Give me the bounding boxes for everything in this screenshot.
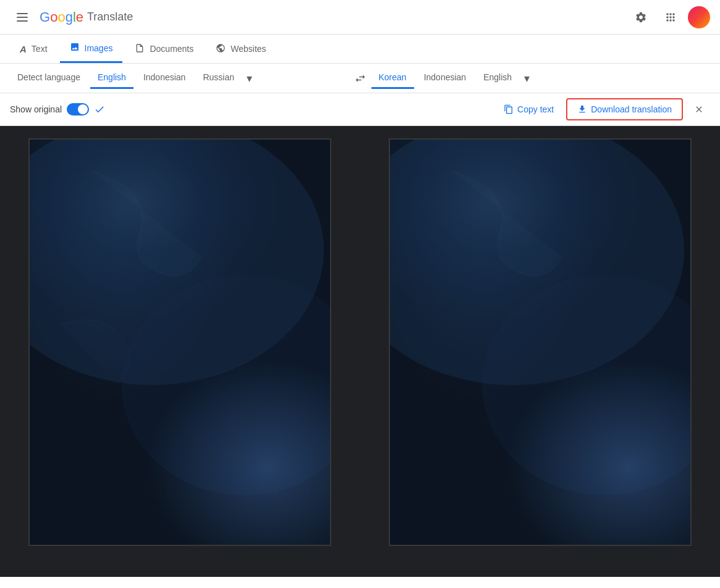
close-icon [694, 104, 704, 114]
copy-text-button[interactable]: Copy text [496, 99, 561, 119]
detect-language-btn[interactable]: Detect language [10, 67, 88, 89]
google-translate-logo: Google Translate [40, 9, 133, 25]
svg-rect-1 [17, 17, 28, 18]
text-tab-icon: A [20, 44, 27, 54]
target-more-btn[interactable]: ▾ [522, 69, 532, 88]
menu-button[interactable] [10, 5, 35, 30]
header: Google Translate [0, 0, 720, 35]
tab-websites-label: Websites [231, 44, 266, 54]
toggle-check-icon [94, 104, 105, 115]
language-bar: Detect language English Indonesian Russi… [0, 64, 720, 93]
settings-button[interactable] [629, 5, 653, 30]
download-icon [577, 104, 587, 114]
target-english-btn[interactable]: English [476, 67, 519, 89]
tab-text[interactable]: A Text [10, 36, 57, 62]
translated-image-panel: 우리는 알고 있지만 이에 대 해 무엇을 할 것입니까? 지구 온 난화 변화… [360, 126, 721, 577]
tab-documents-label: Documents [150, 44, 193, 54]
copy-text-label: Copy text [517, 104, 554, 114]
tab-images-label: Images [85, 43, 113, 53]
source-languages: Detect language English Indonesian Russi… [10, 67, 349, 89]
header-icons [629, 5, 710, 30]
target-languages: Korean Indonesian English ▾ [371, 67, 711, 89]
websites-tab-icon [216, 43, 226, 55]
tabs-bar: A Text Images Documents Websites [0, 35, 720, 64]
download-translation-label: Download translation [591, 104, 672, 114]
avatar[interactable] [688, 6, 710, 28]
tab-documents[interactable]: Documents [125, 36, 203, 62]
original-poster: We're aware but what are we going to do … [28, 138, 331, 546]
source-russian-btn[interactable]: Russian [195, 67, 242, 89]
show-original-toggle[interactable] [67, 103, 89, 116]
swap-languages-button[interactable] [349, 67, 371, 90]
show-original-label: Show original [10, 104, 62, 114]
images-tab-icon [70, 42, 80, 54]
toolbar: Show original Copy text Download transla… [0, 93, 720, 126]
documents-tab-icon [135, 43, 145, 55]
show-original-section: Show original [10, 103, 105, 116]
svg-rect-0 [17, 13, 28, 14]
tab-websites[interactable]: Websites [206, 36, 276, 62]
target-indonesian-btn[interactable]: Indonesian [417, 67, 474, 89]
svg-rect-2 [17, 20, 28, 22]
source-english-btn[interactable]: English [90, 67, 133, 89]
tab-images[interactable]: Images [60, 35, 123, 63]
tab-text-label: Text [32, 44, 48, 54]
copy-icon [504, 104, 514, 114]
source-more-btn[interactable]: ▾ [244, 69, 255, 88]
image-area: We're aware but what are we going to do … [0, 126, 720, 577]
original-image-panel: We're aware but what are we going to do … [0, 126, 360, 577]
download-translation-button[interactable]: Download translation [566, 98, 683, 120]
close-button[interactable] [688, 98, 710, 120]
translate-label: Translate [87, 10, 133, 23]
target-korean-btn[interactable]: Korean [371, 67, 414, 89]
source-indonesian-btn[interactable]: Indonesian [136, 67, 193, 89]
translated-poster: 우리는 알고 있지만 이에 대 해 무엇을 할 것입니까? 지구 온 난화 변화… [389, 138, 692, 546]
apps-button[interactable] [658, 5, 683, 30]
